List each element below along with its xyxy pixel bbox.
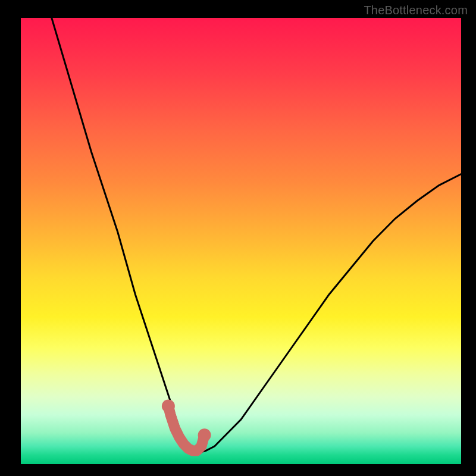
highlight-end-dot bbox=[162, 400, 175, 413]
plot-area bbox=[21, 18, 461, 464]
chart-frame: TheBottleneck.com bbox=[0, 0, 476, 476]
highlight-end-dot bbox=[198, 428, 211, 441]
bottleneck-curve bbox=[52, 18, 461, 453]
curve-layer bbox=[21, 18, 461, 464]
watermark-text: TheBottleneck.com bbox=[364, 4, 468, 17]
highlight-segment bbox=[168, 406, 205, 451]
